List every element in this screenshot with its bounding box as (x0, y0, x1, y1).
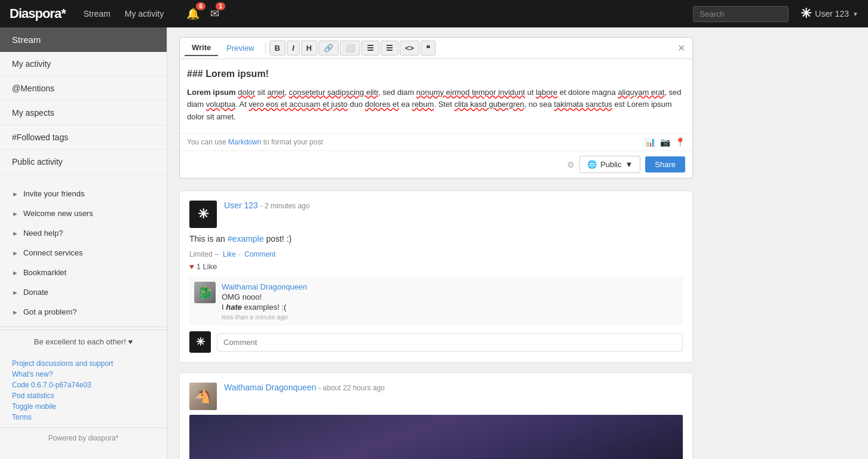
search-container (693, 6, 789, 22)
editor-body[interactable]: ### Lorem ipsum! Lorem ipsum dolor sit a… (180, 59, 692, 133)
heading-button[interactable]: H (301, 41, 317, 56)
comment-item: 🐉 Waithamai Dragonqueen OMG nooo! I hate… (189, 277, 683, 325)
sidebar-expand-connect[interactable]: ► Connect services (0, 243, 167, 263)
editor-heading-text: ### Lorem ipsum! (187, 66, 685, 82)
search-input[interactable] (693, 6, 789, 22)
poll-icon[interactable]: 📊 (645, 137, 655, 147)
post-like-link[interactable]: Like (223, 250, 236, 258)
user-asterisk-icon: ✳ (800, 6, 811, 21)
toolbar-divider (265, 42, 266, 54)
topnav-links: Stream My activity (78, 7, 170, 21)
post-body: This is an #example post! :) (189, 233, 683, 245)
bold-button[interactable]: B (269, 41, 286, 56)
post-author-link-2[interactable]: Waithamai Dragonqueen (224, 383, 316, 392)
brand-logo[interactable]: Diaspora* (10, 6, 66, 21)
sidebar-expand-bookmarklet[interactable]: ► Bookmarklet (0, 263, 167, 282)
username-label: User 123 (815, 9, 849, 19)
location-icon[interactable]: 📍 (675, 137, 685, 147)
topnav: Diaspora* Stream My activity 🔔 6 ✉ 1 ✳ U… (0, 0, 868, 27)
notifications-badge: 6 (196, 2, 206, 10)
public-caret-icon: ▼ (625, 160, 633, 169)
editor-text-content[interactable]: ### Lorem ipsum! Lorem ipsum dolor sit a… (187, 66, 685, 126)
link-pod-stats[interactable]: Pod statistics (12, 392, 155, 400)
visibility-public-button[interactable]: 🌐 Public ▼ (579, 156, 640, 173)
expand-arrow-icon: ► (12, 289, 19, 296)
ordered-list-button[interactable]: ☰ (381, 41, 398, 56)
topnav-stream-link[interactable]: Stream (78, 7, 116, 21)
markdown-link[interactable]: Markdown (228, 138, 261, 146)
sidebar-item-followed-tags[interactable]: #Followed tags (0, 125, 167, 150)
sidebar-expand-donate-label: Donate (23, 288, 48, 297)
editor-actions: ⚙ 🌐 Public ▼ Share (180, 150, 692, 178)
post-author-avatar: ✳ (189, 201, 217, 228)
image-button[interactable]: ⬜ (340, 41, 360, 56)
markdown-hint-text: You can use (187, 138, 226, 146)
sidebar-item-stream[interactable]: Stream (0, 27, 167, 52)
post-hashtag-link[interactable]: #example (228, 234, 264, 244)
post-likes: ♥ 1 Like (189, 262, 683, 271)
current-user-avatar: ✳ (189, 331, 211, 353)
unordered-list-button[interactable]: ☰ (361, 41, 379, 56)
post-time-2: - about 22 hours ago (318, 384, 385, 392)
link-toggle-mobile[interactable]: Toggle mobile (12, 402, 155, 411)
post-author-link[interactable]: User 123 (224, 201, 258, 210)
link-project-discussions[interactable]: Project discussions and support (12, 359, 155, 368)
comment-input-row: ✳ (189, 331, 683, 353)
comment-body: Waithamai Dragonqueen OMG nooo! I hate e… (222, 282, 678, 321)
sidebar-expand-invite[interactable]: ► Invite your friends (0, 184, 167, 204)
topnav-myactivity-link[interactable]: My activity (119, 7, 170, 21)
sidebar-expand-help[interactable]: ► Need help? (0, 223, 167, 243)
quote-button[interactable]: ❝ (421, 41, 435, 56)
editor-close-button[interactable]: ✕ (675, 42, 688, 54)
messages-badge: 1 (216, 2, 225, 10)
post-image (189, 415, 683, 459)
main-layout: Stream My activity @Mentions My aspects … (0, 27, 868, 459)
comment-detail: I hate examples! :( (222, 303, 678, 312)
comment-input[interactable] (217, 333, 683, 352)
sidebar-expand-donate[interactable]: ► Donate (0, 282, 167, 302)
messages-icon[interactable]: ✉ 1 (208, 5, 222, 23)
post-body-prefix: This is an (189, 234, 228, 244)
editor-write-tab[interactable]: Write (185, 40, 218, 56)
photo-icon[interactable]: 📷 (660, 137, 670, 147)
avatar-image: 🐉 (194, 282, 216, 303)
post-meta-2: Waithamai Dragonqueen - about 22 hours a… (224, 383, 683, 392)
expand-arrow-icon: ► (12, 269, 19, 276)
share-button[interactable]: Share (645, 156, 685, 172)
code-button[interactable]: <> (400, 41, 419, 56)
sidebar-expand-invite-label: Invite your friends (23, 189, 85, 198)
notifications-icon[interactable]: 🔔 6 (184, 5, 202, 23)
sidebar-footer-message: Be excellent to each other! ♥ (0, 329, 167, 353)
likes-count: 1 Like (197, 262, 217, 271)
sidebar-item-my-aspects[interactable]: My aspects (0, 101, 167, 125)
user-menu[interactable]: ✳ User 123 ▼ (800, 6, 858, 21)
post-comment-link[interactable]: Comment (244, 250, 275, 258)
comment-author-link[interactable]: Waithamai Dragonqueen (222, 282, 307, 291)
post-footer: Limited – Like · Comment (189, 250, 683, 258)
heart-icon[interactable]: ♥ (189, 262, 194, 271)
comment-author-avatar: 🐉 (194, 282, 216, 303)
public-button-label: Public (600, 160, 621, 169)
comment-text: OMG nooo! (222, 292, 678, 301)
expand-arrow-icon: ► (12, 210, 19, 217)
settings-icon[interactable]: ⚙ (567, 160, 575, 170)
sidebar-expand-problem[interactable]: ► Got a problem? (0, 302, 167, 322)
sidebar-powered-label: Powered by diaspora* (0, 427, 167, 448)
sidebar-expand-welcome-label: Welcome new users (23, 209, 93, 218)
italic-button[interactable]: I (287, 41, 300, 56)
editor-preview-tab[interactable]: Preview (219, 41, 261, 56)
sidebar-expand-help-label: Need help? (23, 229, 63, 238)
link-button[interactable]: 🔗 (318, 41, 339, 56)
link-whats-new[interactable]: What's new? (12, 370, 155, 378)
sidebar-expand-section: ► Invite your friends ► Welcome new user… (0, 184, 167, 327)
sidebar-expand-welcome[interactable]: ► Welcome new users (0, 204, 167, 223)
link-code[interactable]: Code 0.6.7.0-p67a74e03 (12, 381, 155, 389)
sidebar-expand-bookmarklet-label: Bookmarklet (23, 268, 66, 277)
sidebar-item-public-activity[interactable]: Public activity (0, 150, 167, 174)
sidebar-item-mentions[interactable]: @Mentions (0, 76, 167, 101)
expand-arrow-icon: ► (12, 309, 19, 316)
sidebar-item-my-activity[interactable]: My activity (0, 52, 167, 76)
comment-italic: hate (226, 303, 242, 312)
post-card: ✳ User 123 - 2 minutes ago This is an #e… (179, 190, 693, 363)
link-terms[interactable]: Terms (12, 413, 155, 421)
